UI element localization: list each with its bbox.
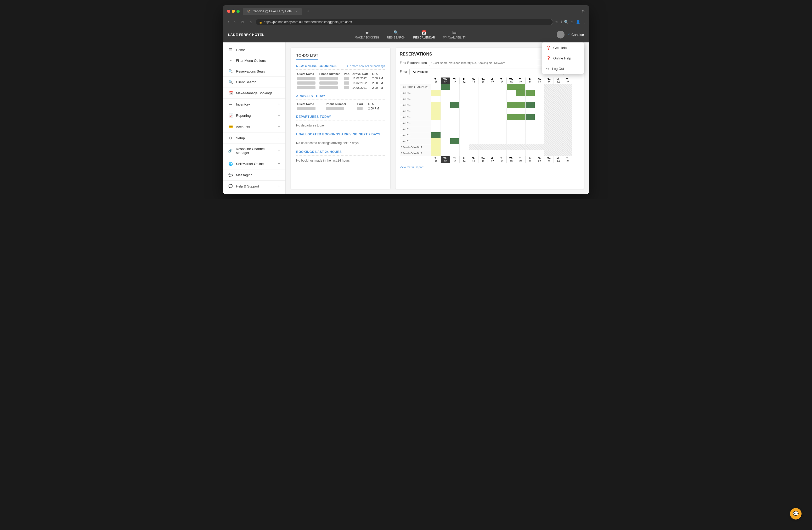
cal-cell-4-13[interactable] [553,108,563,114]
search-icon[interactable]: 🔍 [564,20,568,24]
cal-cell-4-5[interactable] [478,108,488,114]
cal-cell-3-11[interactable] [535,102,544,108]
cal-day-14[interactable]: Fr14 [459,78,469,84]
cal-day-19[interactable]: We19 [506,156,516,163]
cal-cell-8-5[interactable] [478,132,488,138]
cal-cell-7-3[interactable] [459,126,469,132]
cal-cell-4-8[interactable] [506,108,516,114]
cal-day-25[interactable]: Tu25 [563,156,572,163]
cal-cell-9-7[interactable] [497,138,506,144]
cal-cell-8-9[interactable] [516,132,525,138]
cal-cell-5-10[interactable] [525,114,535,120]
cal-cell-1-6[interactable] [488,90,497,96]
cal-cell-10-8[interactable] [506,144,516,150]
cal-cell-5-9[interactable] [516,114,525,120]
address-bar[interactable]: 🔒 https://pvt.bookeasy.com.au/membercons… [256,19,553,25]
sidebar-item-reservations-search[interactable]: 🔍 Reservations Search [223,66,286,77]
cal-cell-9-4[interactable] [469,138,478,144]
cal-cell-8-11[interactable] [535,132,544,138]
cal-day-11[interactable]: Tu11 [431,156,440,163]
new-tab-btn[interactable]: + [305,8,311,15]
cal-cell-3-13[interactable] [553,102,563,108]
cal-cell-3-6[interactable] [488,102,497,108]
cal-cell-8-12[interactable] [544,132,553,138]
cal-cell-8-6[interactable] [488,132,497,138]
setup-expand-btn[interactable]: + [278,136,280,140]
help-support-expand-btn[interactable]: + [278,184,280,189]
cal-day-24[interactable]: Mo24 [553,78,563,84]
cal-day-18[interactable]: Tu18 [497,78,506,84]
cal-day-21[interactable]: Fr21 [525,156,535,163]
cal-cell-7-10[interactable] [525,126,535,132]
cal-cell-8-1[interactable] [440,132,450,138]
cal-cell-10-5[interactable] [478,144,488,150]
cal-cell-0-2[interactable] [450,84,459,90]
cal-cell-0-14[interactable] [563,84,572,90]
cal-cell-2-0[interactable] [431,96,440,102]
cal-cell-2-6[interactable] [488,96,497,102]
cal-cell-0-8[interactable] [506,84,516,90]
cal-cell-2-1[interactable] [440,96,450,102]
cal-cell-5-8[interactable] [506,114,516,120]
cal-cell-7-12[interactable] [544,126,553,132]
cal-cell-0-3[interactable] [459,84,469,90]
cal-cell-10-13[interactable] [553,144,563,150]
sidebar-item-home[interactable]: ☰ Home [223,44,286,55]
cal-cell-7-7[interactable] [497,126,506,132]
cal-day-22[interactable]: Sa22 [535,78,544,84]
cal-cell-0-1[interactable] [440,84,450,90]
cal-cell-9-13[interactable] [553,138,563,144]
cal-cell-4-9[interactable] [516,108,525,114]
cal-cell-1-13[interactable] [553,90,563,96]
cal-cell-11-4[interactable] [469,150,478,156]
cal-day-17[interactable]: Mo17 [488,156,497,163]
cal-cell-11-3[interactable] [459,150,469,156]
cal-day-23[interactable]: Su23 [544,156,553,163]
reporting-expand-btn[interactable]: + [278,113,280,118]
cal-day-14[interactable]: Fr14 [459,156,469,163]
cal-cell-3-7[interactable] [497,102,506,108]
cal-cell-2-13[interactable] [553,96,563,102]
cal-cell-7-1[interactable] [440,126,450,132]
cal-cell-4-1[interactable] [440,108,450,114]
cal-cell-4-6[interactable] [488,108,497,114]
cal-cell-5-13[interactable] [553,114,563,120]
cal-cell-9-14[interactable] [563,138,572,144]
cal-cell-9-6[interactable] [488,138,497,144]
cal-day-15[interactable]: Sa15 [469,156,478,163]
cal-cell-9-11[interactable] [535,138,544,144]
messaging-expand-btn[interactable]: + [278,172,280,177]
nav-res-search[interactable]: 🔍 RES SEARCH [387,30,405,39]
cal-cell-6-11[interactable] [535,120,544,126]
cal-cell-11-7[interactable] [497,150,506,156]
get-help-item[interactable]: ❓ Get Help [542,42,584,53]
cal-day-19[interactable]: We19 [506,78,516,84]
new-online-bookings-link[interactable]: + 7 more new online bookings [347,65,385,68]
accounts-expand-btn[interactable]: + [278,124,280,129]
browser-settings-icon[interactable]: ⚙ [581,9,585,13]
cal-cell-6-13[interactable] [553,120,563,126]
bookmark-icon[interactable]: ☆ [555,20,559,24]
departures-today-title[interactable]: DEPARTURES TODAY [296,115,331,118]
cal-cell-1-14[interactable] [563,90,572,96]
cal-cell-4-11[interactable] [535,108,544,114]
sidebar-item-sell-market[interactable]: 🌐 Sell/Market Online + [223,158,286,169]
make-manage-bookings-expand-btn[interactable]: + [278,90,280,95]
cal-cell-3-2[interactable] [450,102,459,108]
cal-cell-4-3[interactable] [459,108,469,114]
cal-cell-0-10[interactable] [525,84,535,90]
cal-cell-8-8[interactable] [506,132,516,138]
sidebar-item-client-search[interactable]: 🔍 Client Search [223,77,286,87]
cal-cell-1-12[interactable] [544,90,553,96]
sidebar-item-filter-menu[interactable]: ≡ Filter Menu Options [223,55,286,66]
sidebar-item-make-manage-bookings[interactable]: 📅 Make/Manage Bookings + [223,87,286,99]
cal-cell-3-0[interactable] [431,102,440,108]
cal-cell-7-8[interactable] [506,126,516,132]
cal-cell-11-11[interactable] [535,150,544,156]
cal-cell-6-4[interactable] [469,120,478,126]
extensions-icon[interactable]: ⊕ [570,20,574,24]
cal-cell-7-13[interactable] [553,126,563,132]
cal-cell-2-11[interactable] [535,96,544,102]
cal-cell-9-8[interactable] [506,138,516,144]
cal-cell-6-5[interactable] [478,120,488,126]
